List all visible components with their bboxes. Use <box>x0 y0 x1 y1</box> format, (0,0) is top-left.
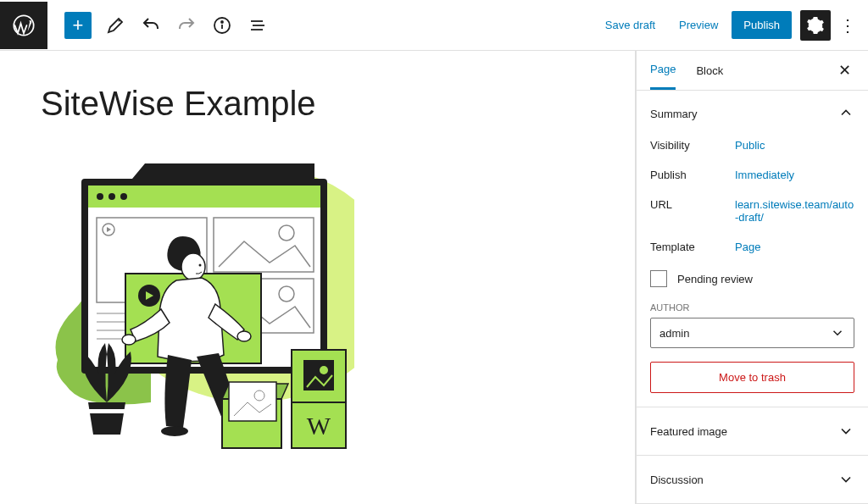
svg-point-10 <box>97 193 103 200</box>
chevron-down-icon <box>830 325 845 341</box>
editor-canvas[interactable]: SiteWise Example <box>0 51 636 504</box>
save-draft-button[interactable]: Save draft <box>595 12 665 38</box>
tools-button[interactable] <box>100 10 131 41</box>
content-illustration: W <box>41 140 354 453</box>
svg-point-3 <box>221 21 223 23</box>
svg-rect-40 <box>229 382 276 421</box>
info-icon <box>212 15 232 36</box>
svg-point-30 <box>122 335 136 345</box>
settings-toggle-button[interactable] <box>800 10 831 41</box>
undo-button[interactable] <box>136 10 166 41</box>
chevron-down-icon <box>837 471 854 488</box>
svg-point-31 <box>237 331 251 341</box>
svg-point-32 <box>161 426 188 436</box>
redo-icon <box>176 15 197 36</box>
gear-icon <box>806 16 825 35</box>
summary-heading: Summary <box>650 108 698 120</box>
list-view-icon <box>248 15 268 36</box>
add-block-button[interactable]: + <box>64 12 92 39</box>
pending-review-label: Pending review <box>677 273 753 285</box>
author-value: admin <box>659 327 689 340</box>
url-value[interactable]: learn.sitewise.team/auto-draft/ <box>735 198 854 224</box>
chevron-up-icon <box>837 104 854 124</box>
sidebar-scrollbar[interactable] <box>636 51 637 288</box>
editor-topbar: + Save draft Preview Publish ⋮ <box>0 0 868 51</box>
undo-icon <box>141 15 161 36</box>
wordpress-icon <box>12 14 36 37</box>
chevron-down-icon <box>837 423 854 440</box>
move-to-trash-button[interactable]: Move to trash <box>650 362 854 393</box>
featured-image-panel-toggle[interactable]: Featured image <box>637 407 868 456</box>
svg-point-36 <box>320 366 328 374</box>
page-title[interactable]: SiteWise Example <box>41 85 594 123</box>
info-button[interactable] <box>207 10 237 41</box>
publish-value[interactable]: Immediately <box>735 169 854 181</box>
publish-button[interactable]: Publish <box>732 11 792 39</box>
visibility-label: Visibility <box>650 139 735 152</box>
preview-button[interactable]: Preview <box>669 12 728 38</box>
svg-point-29 <box>199 264 202 267</box>
pending-review-checkbox[interactable] <box>650 270 667 287</box>
more-options-button[interactable]: ⋮ <box>834 10 861 41</box>
url-label: URL <box>650 198 735 211</box>
summary-panel: Summary Visibility Public Publish Immedi… <box>637 91 868 407</box>
pencil-icon <box>105 15 125 36</box>
discussion-label: Discussion <box>650 474 704 486</box>
settings-sidebar: Page Block ✕ Summary Visibility Public P… <box>636 51 868 504</box>
summary-panel-toggle[interactable]: Summary <box>650 104 854 124</box>
outline-button[interactable] <box>242 10 273 41</box>
sidebar-tabs: Page Block ✕ <box>637 51 868 91</box>
svg-point-12 <box>120 193 127 200</box>
redo-button[interactable] <box>171 10 202 41</box>
svg-point-11 <box>108 193 115 200</box>
visibility-value[interactable]: Public <box>735 139 854 152</box>
svg-point-28 <box>181 253 205 280</box>
close-sidebar-button[interactable]: ✕ <box>835 58 854 83</box>
template-label: Template <box>650 241 735 253</box>
svg-text:W: W <box>307 412 331 440</box>
publish-label: Publish <box>650 169 735 181</box>
author-label: AUTHOR <box>650 302 854 313</box>
topbar-actions: Save draft Preview Publish ⋮ <box>595 10 868 41</box>
template-value[interactable]: Page <box>735 241 854 253</box>
featured-image-label: Featured image <box>650 425 727 438</box>
toolbar-tools <box>100 10 273 41</box>
tab-page[interactable]: Page <box>650 51 676 90</box>
wordpress-logo[interactable] <box>0 2 47 49</box>
svg-rect-42 <box>88 409 125 413</box>
author-select[interactable]: admin <box>650 318 854 348</box>
discussion-panel-toggle[interactable]: Discussion <box>637 456 868 504</box>
tab-block[interactable]: Block <box>696 53 723 89</box>
